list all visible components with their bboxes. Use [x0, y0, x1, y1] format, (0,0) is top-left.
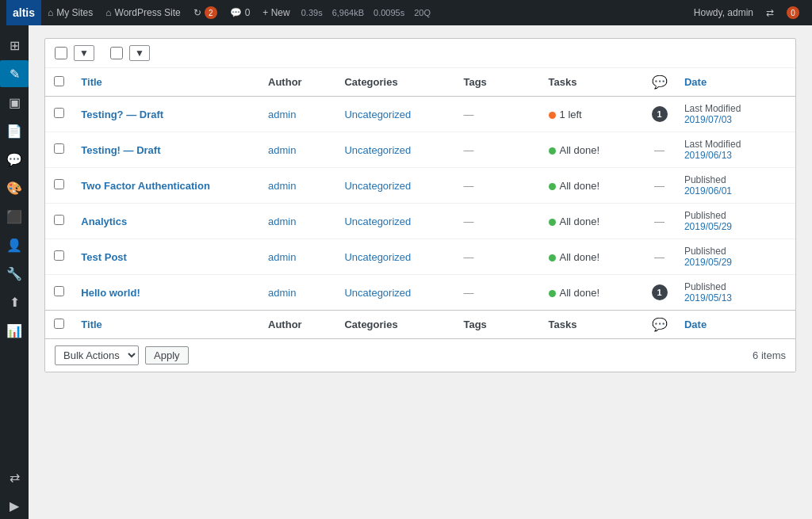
sidebar-item-pages[interactable]: 📄	[0, 117, 29, 144]
row-checkbox-cell	[45, 204, 73, 239]
sidebar-item-plugins[interactable]: ⬛	[0, 203, 29, 230]
header-comments: 💬	[642, 68, 676, 97]
header-date-link[interactable]: Date	[684, 76, 707, 88]
row-categories-cell: Uncategorized	[336, 239, 455, 275]
date-value-link[interactable]: 2019/06/13	[684, 150, 732, 161]
row-comments-cell: 1	[642, 97, 676, 132]
table-row: Testing! — DraftadminUncategorized—All d…	[45, 132, 795, 168]
row-author-cell: admin	[260, 239, 336, 275]
row-tasks-cell: All done!	[541, 132, 643, 168]
table-row: Testing? — DraftadminUncategorized—1 lef…	[45, 97, 795, 132]
row-author-link[interactable]: admin	[268, 144, 296, 156]
row-author-link[interactable]: admin	[268, 251, 296, 263]
sidebar-item-shuffle[interactable]: ⇄	[0, 464, 29, 490]
comment-badge[interactable]: 1	[652, 106, 668, 122]
sidebar-item-users[interactable]: 👤	[0, 231, 29, 258]
items-count: 6 items	[753, 349, 786, 361]
row-author-link[interactable]: admin	[268, 287, 296, 299]
admin-bar-updates[interactable]: ↻ 2	[187, 0, 224, 25]
sidebar-item-dashboard[interactable]: ⊞	[0, 32, 29, 59]
comments-icon: 💬	[230, 7, 242, 18]
row-author-link[interactable]: admin	[268, 109, 296, 120]
row-title-cell: Two Factor Authentication	[73, 168, 260, 204]
altis-logo[interactable]: altis	[6, 0, 41, 25]
date-value-link[interactable]: 2019/07/03	[684, 114, 732, 125]
filter-checkbox-2[interactable]	[110, 47, 123, 59]
header-title: Title	[73, 68, 260, 97]
date-value-link[interactable]: 2019/06/01	[684, 185, 732, 197]
row-categories-link[interactable]: Uncategorized	[344, 144, 411, 156]
row-title-link[interactable]: Two Factor Authentication	[81, 180, 210, 192]
sidebar-item-tools[interactable]: 🔧	[0, 260, 29, 287]
date-label: Last Modified	[684, 103, 741, 114]
row-categories-cell: Uncategorized	[336, 97, 455, 132]
row-title-link[interactable]: Testing! — Draft	[81, 144, 160, 156]
select-all-checkbox[interactable]	[54, 76, 64, 86]
row-comments-cell: —	[642, 132, 676, 168]
row-checkbox-3[interactable]	[54, 179, 64, 189]
filter-button[interactable]: ▼	[74, 45, 94, 61]
row-categories-link[interactable]: Uncategorized	[344, 180, 411, 192]
footer-tags: Tags	[455, 311, 540, 339]
admin-bar-user[interactable]: Howdy, admin	[688, 0, 760, 25]
admin-bar-new[interactable]: + New	[256, 0, 296, 25]
row-date-cell: Published2019/05/29	[676, 204, 795, 239]
sidebar: ⊞ ✎ ▣ 📄 💬 🎨 ⬛ 👤 🔧 ⬆ 📊 ⇄ ▶	[0, 25, 29, 519]
row-author-link[interactable]: admin	[268, 180, 296, 192]
row-title-link[interactable]: Test Post	[81, 251, 127, 263]
select-all-footer-checkbox[interactable]	[54, 319, 64, 329]
row-date-cell: Published2019/06/01	[676, 168, 795, 204]
admin-bar-badge[interactable]: 0	[780, 0, 806, 25]
sidebar-item-comments[interactable]: 💬	[0, 146, 29, 173]
admin-bar: altis ⌂ My Sites ⌂ WordPress Site ↻ 2 💬 …	[0, 0, 812, 25]
row-title-link[interactable]: Analytics	[81, 216, 127, 227]
comment-badge[interactable]: 1	[652, 284, 668, 300]
date-value-link[interactable]: 2019/05/29	[684, 221, 732, 232]
row-categories-cell: Uncategorized	[336, 275, 455, 311]
row-comments-cell: —	[642, 168, 676, 204]
row-categories-link[interactable]: Uncategorized	[344, 251, 411, 263]
footer-date-link[interactable]: Date	[684, 319, 707, 330]
row-tags-cell: —	[455, 204, 540, 239]
apply-button[interactable]: Apply	[145, 346, 189, 364]
admin-bar-comments[interactable]: 💬 0	[224, 0, 257, 25]
posts-table-wrapper: ▼ ▼ Title Author Categories	[44, 38, 796, 372]
bulk-actions-select[interactable]: Bulk Actions	[55, 345, 139, 365]
row-author-link[interactable]: admin	[268, 216, 296, 227]
date-value-link[interactable]: 2019/05/13	[684, 292, 732, 303]
table-bottom-bar: Bulk Actions Apply 6 items	[45, 338, 795, 372]
footer-title-link[interactable]: Title	[81, 319, 102, 330]
row-title-cell: Test Post	[73, 239, 260, 275]
row-checkbox-1[interactable]	[54, 108, 64, 118]
home-icon: ⌂	[48, 7, 53, 18]
select-all-top-checkbox[interactable]	[55, 47, 67, 59]
sidebar-item-play[interactable]: ▶	[0, 492, 29, 519]
admin-bar-site[interactable]: ⌂ WordPress Site	[99, 0, 186, 25]
table-header: Title Author Categories Tags Tasks	[45, 68, 795, 97]
date-value-link[interactable]: 2019/05/29	[684, 257, 732, 268]
row-categories-link[interactable]: Uncategorized	[344, 109, 411, 120]
row-checkbox-4[interactable]	[54, 215, 64, 225]
row-checkbox-6[interactable]	[54, 286, 64, 296]
row-title-link[interactable]: Testing? — Draft	[81, 109, 163, 120]
row-author-cell: admin	[260, 132, 336, 168]
row-checkbox-5[interactable]	[54, 250, 64, 261]
row-comments-cell: —	[642, 239, 676, 275]
admin-bar-shuffle[interactable]: ⇄	[760, 0, 780, 25]
row-tags-cell: —	[455, 239, 540, 275]
row-checkbox-2[interactable]	[54, 143, 64, 154]
sidebar-item-posts[interactable]: ✎	[0, 60, 29, 87]
row-title-link[interactable]: Hello world!	[81, 287, 140, 299]
admin-bar-my-sites[interactable]: ⌂ My Sites	[41, 0, 99, 25]
filter-button-2[interactable]: ▼	[129, 45, 150, 61]
sidebar-item-appearance[interactable]: 🎨	[0, 174, 29, 201]
header-date: Date	[676, 68, 795, 97]
row-checkbox-cell	[45, 275, 73, 311]
row-categories-link[interactable]: Uncategorized	[344, 216, 411, 227]
row-categories-link[interactable]: Uncategorized	[344, 287, 411, 299]
sidebar-item-media[interactable]: ▣	[0, 89, 29, 116]
sidebar-item-analytics[interactable]: 📊	[0, 317, 29, 344]
row-date-cell: Last Modified2019/06/13	[676, 132, 795, 168]
sidebar-item-export[interactable]: ⬆	[0, 288, 29, 315]
header-title-link[interactable]: Title	[81, 76, 102, 88]
